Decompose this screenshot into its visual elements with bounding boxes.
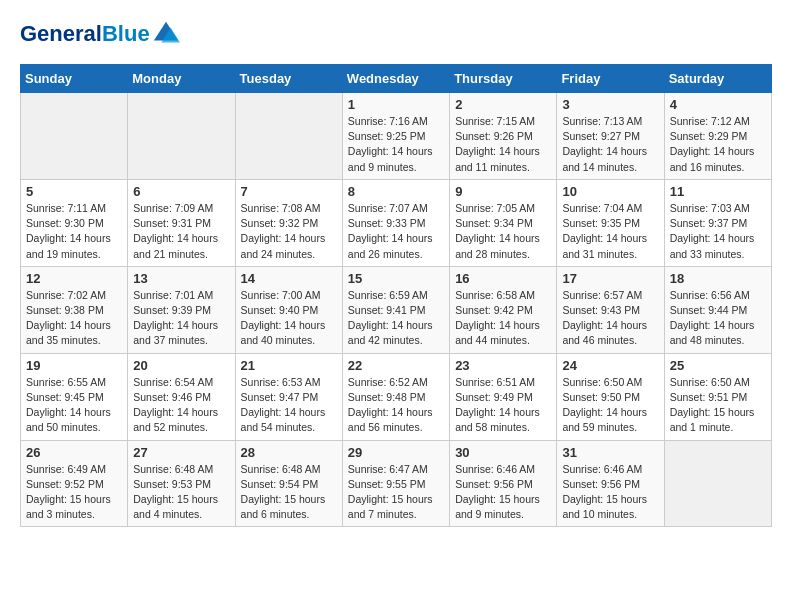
daylight-label: Daylight: 14 hours and 11 minutes.: [455, 145, 540, 172]
daylight-label: Daylight: 14 hours and 48 minutes.: [670, 319, 755, 346]
calendar-cell: 26 Sunrise: 6:49 AM Sunset: 9:52 PM Dayl…: [21, 440, 128, 527]
day-number: 3: [562, 97, 658, 112]
calendar-cell: 23 Sunrise: 6:51 AM Sunset: 9:49 PM Dayl…: [450, 353, 557, 440]
daylight-label: Daylight: 15 hours and 3 minutes.: [26, 493, 111, 520]
day-info: Sunrise: 7:09 AM Sunset: 9:31 PM Dayligh…: [133, 201, 229, 262]
day-info: Sunrise: 7:05 AM Sunset: 9:34 PM Dayligh…: [455, 201, 551, 262]
sunrise-label: Sunrise: 7:12 AM: [670, 115, 750, 127]
day-number: 15: [348, 271, 444, 286]
sunset-label: Sunset: 9:54 PM: [241, 478, 319, 490]
calendar-cell: 1 Sunrise: 7:16 AM Sunset: 9:25 PM Dayli…: [342, 93, 449, 180]
day-info: Sunrise: 7:00 AM Sunset: 9:40 PM Dayligh…: [241, 288, 337, 349]
daylight-label: Daylight: 15 hours and 7 minutes.: [348, 493, 433, 520]
sunrise-label: Sunrise: 7:07 AM: [348, 202, 428, 214]
sunset-label: Sunset: 9:30 PM: [26, 217, 104, 229]
calendar-cell: 25 Sunrise: 6:50 AM Sunset: 9:51 PM Dayl…: [664, 353, 771, 440]
sunset-label: Sunset: 9:48 PM: [348, 391, 426, 403]
calendar-cell: 24 Sunrise: 6:50 AM Sunset: 9:50 PM Dayl…: [557, 353, 664, 440]
calendar-cell: 5 Sunrise: 7:11 AM Sunset: 9:30 PM Dayli…: [21, 179, 128, 266]
weekday-header-thursday: Thursday: [450, 65, 557, 93]
weekday-header-wednesday: Wednesday: [342, 65, 449, 93]
sunrise-label: Sunrise: 7:09 AM: [133, 202, 213, 214]
calendar-cell: 16 Sunrise: 6:58 AM Sunset: 9:42 PM Dayl…: [450, 266, 557, 353]
sunrise-label: Sunrise: 7:16 AM: [348, 115, 428, 127]
logo: GeneralBlue: [20, 20, 180, 48]
day-info: Sunrise: 6:48 AM Sunset: 9:54 PM Dayligh…: [241, 462, 337, 523]
daylight-label: Daylight: 14 hours and 40 minutes.: [241, 319, 326, 346]
sunrise-label: Sunrise: 7:08 AM: [241, 202, 321, 214]
day-info: Sunrise: 6:48 AM Sunset: 9:53 PM Dayligh…: [133, 462, 229, 523]
day-number: 31: [562, 445, 658, 460]
day-number: 26: [26, 445, 122, 460]
sunrise-label: Sunrise: 7:04 AM: [562, 202, 642, 214]
sunset-label: Sunset: 9:49 PM: [455, 391, 533, 403]
day-info: Sunrise: 6:58 AM Sunset: 9:42 PM Dayligh…: [455, 288, 551, 349]
daylight-label: Daylight: 14 hours and 50 minutes.: [26, 406, 111, 433]
daylight-label: Daylight: 14 hours and 59 minutes.: [562, 406, 647, 433]
calendar-cell: 27 Sunrise: 6:48 AM Sunset: 9:53 PM Dayl…: [128, 440, 235, 527]
daylight-label: Daylight: 14 hours and 58 minutes.: [455, 406, 540, 433]
sunset-label: Sunset: 9:45 PM: [26, 391, 104, 403]
day-info: Sunrise: 6:54 AM Sunset: 9:46 PM Dayligh…: [133, 375, 229, 436]
day-info: Sunrise: 7:11 AM Sunset: 9:30 PM Dayligh…: [26, 201, 122, 262]
day-number: 9: [455, 184, 551, 199]
day-info: Sunrise: 7:08 AM Sunset: 9:32 PM Dayligh…: [241, 201, 337, 262]
calendar-week-row: 19 Sunrise: 6:55 AM Sunset: 9:45 PM Dayl…: [21, 353, 772, 440]
sunrise-label: Sunrise: 7:02 AM: [26, 289, 106, 301]
sunrise-label: Sunrise: 6:48 AM: [133, 463, 213, 475]
day-number: 27: [133, 445, 229, 460]
day-number: 4: [670, 97, 766, 112]
calendar-cell: 15 Sunrise: 6:59 AM Sunset: 9:41 PM Dayl…: [342, 266, 449, 353]
sunrise-label: Sunrise: 6:56 AM: [670, 289, 750, 301]
sunset-label: Sunset: 9:46 PM: [133, 391, 211, 403]
day-info: Sunrise: 6:53 AM Sunset: 9:47 PM Dayligh…: [241, 375, 337, 436]
day-number: 21: [241, 358, 337, 373]
calendar-cell: 30 Sunrise: 6:46 AM Sunset: 9:56 PM Dayl…: [450, 440, 557, 527]
daylight-label: Daylight: 14 hours and 35 minutes.: [26, 319, 111, 346]
calendar-cell: 4 Sunrise: 7:12 AM Sunset: 9:29 PM Dayli…: [664, 93, 771, 180]
calendar-cell: [128, 93, 235, 180]
daylight-label: Daylight: 14 hours and 16 minutes.: [670, 145, 755, 172]
daylight-label: Daylight: 14 hours and 52 minutes.: [133, 406, 218, 433]
day-number: 2: [455, 97, 551, 112]
weekday-header-sunday: Sunday: [21, 65, 128, 93]
calendar-cell: 2 Sunrise: 7:15 AM Sunset: 9:26 PM Dayli…: [450, 93, 557, 180]
sunrise-label: Sunrise: 6:46 AM: [455, 463, 535, 475]
daylight-label: Daylight: 14 hours and 24 minutes.: [241, 232, 326, 259]
day-info: Sunrise: 6:49 AM Sunset: 9:52 PM Dayligh…: [26, 462, 122, 523]
daylight-label: Daylight: 15 hours and 10 minutes.: [562, 493, 647, 520]
sunrise-label: Sunrise: 6:57 AM: [562, 289, 642, 301]
sunrise-label: Sunrise: 6:46 AM: [562, 463, 642, 475]
sunset-label: Sunset: 9:34 PM: [455, 217, 533, 229]
calendar-week-row: 12 Sunrise: 7:02 AM Sunset: 9:38 PM Dayl…: [21, 266, 772, 353]
sunset-label: Sunset: 9:32 PM: [241, 217, 319, 229]
sunrise-label: Sunrise: 7:03 AM: [670, 202, 750, 214]
calendar-cell: 21 Sunrise: 6:53 AM Sunset: 9:47 PM Dayl…: [235, 353, 342, 440]
calendar-cell: 7 Sunrise: 7:08 AM Sunset: 9:32 PM Dayli…: [235, 179, 342, 266]
day-info: Sunrise: 6:46 AM Sunset: 9:56 PM Dayligh…: [455, 462, 551, 523]
calendar-cell: 17 Sunrise: 6:57 AM Sunset: 9:43 PM Dayl…: [557, 266, 664, 353]
day-number: 30: [455, 445, 551, 460]
calendar-cell: 12 Sunrise: 7:02 AM Sunset: 9:38 PM Dayl…: [21, 266, 128, 353]
day-number: 1: [348, 97, 444, 112]
sunrise-label: Sunrise: 6:55 AM: [26, 376, 106, 388]
weekday-header-friday: Friday: [557, 65, 664, 93]
day-info: Sunrise: 6:46 AM Sunset: 9:56 PM Dayligh…: [562, 462, 658, 523]
day-info: Sunrise: 7:03 AM Sunset: 9:37 PM Dayligh…: [670, 201, 766, 262]
day-number: 22: [348, 358, 444, 373]
day-info: Sunrise: 6:56 AM Sunset: 9:44 PM Dayligh…: [670, 288, 766, 349]
day-number: 11: [670, 184, 766, 199]
calendar-cell: 19 Sunrise: 6:55 AM Sunset: 9:45 PM Dayl…: [21, 353, 128, 440]
sunrise-label: Sunrise: 6:51 AM: [455, 376, 535, 388]
page-header: GeneralBlue: [20, 20, 772, 48]
day-number: 28: [241, 445, 337, 460]
calendar-cell: 31 Sunrise: 6:46 AM Sunset: 9:56 PM Dayl…: [557, 440, 664, 527]
sunrise-label: Sunrise: 6:58 AM: [455, 289, 535, 301]
sunset-label: Sunset: 9:56 PM: [562, 478, 640, 490]
day-number: 17: [562, 271, 658, 286]
sunrise-label: Sunrise: 7:00 AM: [241, 289, 321, 301]
day-info: Sunrise: 6:59 AM Sunset: 9:41 PM Dayligh…: [348, 288, 444, 349]
sunset-label: Sunset: 9:44 PM: [670, 304, 748, 316]
daylight-label: Daylight: 14 hours and 33 minutes.: [670, 232, 755, 259]
day-info: Sunrise: 6:50 AM Sunset: 9:51 PM Dayligh…: [670, 375, 766, 436]
